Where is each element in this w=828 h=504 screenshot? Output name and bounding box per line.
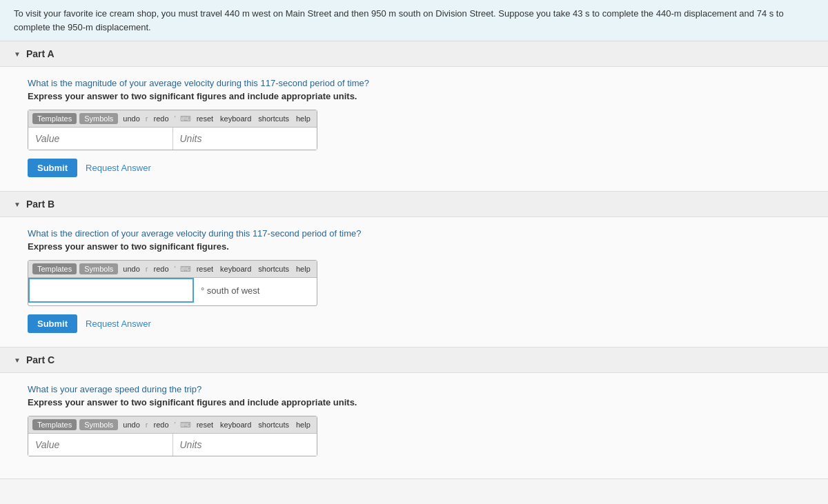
part-b-arrow: ▼: [14, 201, 21, 208]
part-c-input-row: [28, 434, 317, 456]
part-c-value-input[interactable]: [28, 434, 173, 456]
part-c-section: ▼ Part C What is your average speed duri…: [0, 347, 828, 479]
part-c-header[interactable]: ▼ Part C: [0, 347, 828, 373]
part-a-arrow: ▼: [14, 50, 21, 58]
part-b-submit-btn[interactable]: Submit: [28, 314, 77, 333]
part-b-editor: Templates Symbols undo r redo ' ⌨ reset …: [28, 260, 317, 306]
part-c-label: Part C: [26, 354, 55, 365]
part-b-templates-btn[interactable]: Templates: [32, 263, 77, 274]
part-b-toolbar: Templates Symbols undo r redo ' ⌨ reset …: [28, 261, 317, 278]
part-b-label: Part B: [26, 199, 55, 210]
part-c-instruction: Express your answer to two significant f…: [28, 397, 800, 407]
part-b-header[interactable]: ▼ Part B: [0, 192, 828, 217]
part-a-help-btn[interactable]: help: [294, 113, 313, 124]
part-c-redo-btn[interactable]: redo: [151, 419, 170, 430]
part-b-input-row: ° south of west: [28, 278, 317, 303]
part-a-reset-btn[interactable]: reset: [195, 113, 215, 124]
part-a-body: What is the magnitude of your average ve…: [0, 67, 828, 191]
part-c-shortcuts-btn[interactable]: shortcuts: [256, 419, 291, 430]
part-b-value-input[interactable]: [28, 278, 194, 303]
part-b-instruction: Express your answer to two significant f…: [28, 241, 800, 252]
part-b-help-btn[interactable]: help: [294, 263, 313, 274]
part-a-shortcuts-btn[interactable]: shortcuts: [256, 113, 291, 124]
part-b-redo-btn[interactable]: redo: [151, 263, 170, 274]
part-b-question: What is the direction of your average ve…: [28, 228, 800, 239]
part-a-templates-btn[interactable]: Templates: [32, 113, 77, 124]
part-b-shortcuts-btn[interactable]: shortcuts: [256, 263, 291, 274]
part-a-action-row: Submit Request Answer: [28, 159, 800, 177]
part-c-help-btn[interactable]: help: [294, 419, 313, 430]
parts-container: ▼ Part A What is the magnitude of your a…: [0, 41, 828, 479]
part-c-undo-btn[interactable]: undo: [121, 419, 141, 430]
sep3: ⌨: [179, 114, 192, 123]
part-a-header[interactable]: ▼ Part A: [0, 41, 828, 67]
part-a-keyboard-btn[interactable]: keyboard: [218, 113, 253, 124]
part-a-instruction: Express your answer to two significant f…: [28, 91, 800, 101]
info-banner: To visit your favorite ice cream shop, y…: [0, 0, 828, 41]
part-b-body: What is the direction of your average ve…: [0, 217, 828, 347]
part-c-symbols-btn[interactable]: Symbols: [79, 419, 118, 430]
part-a-question: What is the magnitude of your average ve…: [28, 78, 800, 88]
part-b-degree-label: ° south of west: [194, 280, 266, 301]
part-a-section: ▼ Part A What is the magnitude of your a…: [0, 41, 828, 192]
part-c-arrow: ▼: [14, 356, 21, 364]
part-c-body: What is your average speed during the tr…: [0, 373, 828, 478]
part-c-toolbar: Templates Symbols undo r redo ' ⌨ reset …: [28, 416, 317, 434]
part-a-request-answer-link[interactable]: Request Answer: [86, 163, 151, 173]
part-b-action-row: Submit Request Answer: [28, 314, 800, 333]
part-c-reset-btn[interactable]: reset: [195, 419, 215, 430]
part-b-reset-btn[interactable]: reset: [195, 263, 215, 274]
part-a-value-input[interactable]: [28, 128, 173, 150]
part-a-editor: Templates Symbols undo r redo ' ⌨ reset …: [28, 110, 317, 150]
part-b-request-answer-link[interactable]: Request Answer: [86, 319, 151, 329]
part-a-undo-btn[interactable]: undo: [121, 113, 141, 124]
part-a-submit-btn[interactable]: Submit: [28, 159, 77, 177]
part-a-label: Part A: [26, 48, 55, 59]
part-c-question: What is your average speed during the tr…: [28, 384, 800, 394]
part-c-editor: Templates Symbols undo r redo ' ⌨ reset …: [28, 416, 317, 456]
sep2: ': [174, 114, 177, 123]
part-a-units-input[interactable]: [173, 128, 317, 150]
part-a-redo-btn[interactable]: redo: [151, 113, 170, 124]
part-c-keyboard-btn[interactable]: keyboard: [218, 419, 253, 430]
part-c-templates-btn[interactable]: Templates: [32, 419, 77, 430]
part-b-keyboard-btn[interactable]: keyboard: [218, 263, 253, 274]
part-b-undo-btn[interactable]: undo: [121, 263, 141, 274]
part-a-symbols-btn[interactable]: Symbols: [79, 113, 118, 124]
banner-text: To visit your favorite ice cream shop, y…: [14, 8, 784, 32]
part-b-section: ▼ Part B What is the direction of your a…: [0, 192, 828, 347]
sep1: r: [145, 114, 149, 123]
part-c-units-input[interactable]: [173, 434, 317, 456]
part-a-toolbar: Templates Symbols undo r redo ' ⌨ reset …: [28, 110, 317, 128]
part-b-symbols-btn[interactable]: Symbols: [79, 263, 118, 274]
part-a-input-row: [28, 128, 317, 150]
